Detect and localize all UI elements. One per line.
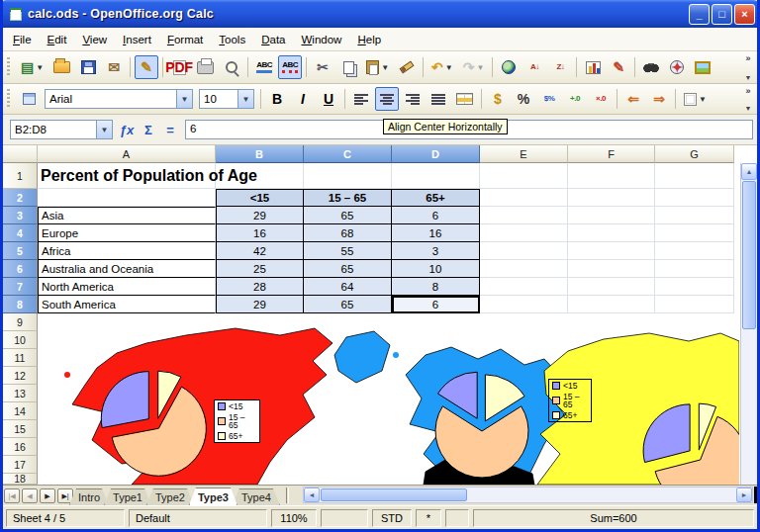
cell-G3[interactable] [655, 207, 734, 224]
cut-button[interactable]: ✂ [311, 55, 334, 79]
overflow-down-icon[interactable]: ▼ [745, 74, 752, 81]
menu-tools[interactable]: Tools [211, 31, 253, 48]
spellcheck-button[interactable]: ABC [252, 55, 276, 79]
align-left-button[interactable] [349, 87, 373, 111]
cell-C8[interactable]: 65 [304, 296, 392, 313]
toolbar-overflow[interactable]: » ▼ [741, 86, 755, 112]
cell-C6[interactable]: 65 [304, 260, 392, 278]
row-header-8[interactable]: 8 [3, 296, 38, 313]
menu-data[interactable]: Data [253, 31, 293, 48]
cell-F7[interactable] [568, 278, 655, 296]
row-header-17[interactable]: 17 [3, 456, 38, 474]
email-document-button[interactable]: ✉ [102, 55, 126, 79]
row-header-5[interactable]: 5 [3, 242, 38, 260]
cell-A7[interactable]: North America [38, 278, 216, 296]
next-sheet-button[interactable]: ▶ [40, 488, 55, 503]
vertical-scroll-track[interactable] [741, 330, 757, 485]
menu-insert[interactable]: Insert [115, 31, 159, 48]
cell-A1[interactable]: Percent of Population of Age [38, 163, 216, 189]
cell-G7[interactable] [655, 278, 734, 296]
menu-edit[interactable]: Edit [40, 31, 75, 48]
close-button[interactable]: × [734, 4, 755, 25]
cell-F5[interactable] [568, 242, 655, 260]
cell-D7[interactable]: 8 [392, 278, 480, 296]
cell-E6[interactable] [480, 260, 568, 278]
borders-button[interactable]: ▼ [680, 87, 711, 111]
cell-F2[interactable] [568, 189, 655, 207]
bold-button[interactable]: B [265, 87, 289, 111]
row-header-9[interactable]: 9 [3, 313, 38, 331]
row-header-11[interactable]: 11 [3, 349, 38, 367]
align-right-button[interactable] [401, 87, 425, 111]
font-size-combo[interactable]: 10▼ [199, 89, 254, 109]
grid-body[interactable]: 1Percent of Population of Age2<1515 – 65… [3, 163, 757, 485]
row-header-3[interactable]: 3 [3, 207, 38, 224]
delete-decimal-button[interactable]: ×.0 [589, 87, 613, 111]
row-header-1[interactable]: 1 [3, 163, 38, 189]
cell-E8[interactable] [480, 296, 568, 313]
cell-F4[interactable] [568, 224, 655, 242]
scroll-right-icon[interactable]: ► [736, 488, 752, 502]
cell-B2[interactable]: <15 [216, 189, 304, 207]
row-header-13[interactable]: 13 [3, 385, 38, 402]
sheet-tab-type4[interactable]: Type4 [233, 488, 280, 505]
vertical-scrollbar[interactable]: ▲ ▼ [740, 163, 757, 485]
cell-D6[interactable]: 10 [392, 260, 480, 278]
cell-B5[interactable]: 42 [216, 242, 304, 260]
cell-C4[interactable]: 68 [304, 224, 392, 242]
row-header-12[interactable]: 12 [3, 367, 38, 385]
font-name-value[interactable]: Arial [46, 93, 176, 105]
cell-B3[interactable]: 29 [216, 207, 304, 224]
cell-E5[interactable] [480, 242, 568, 260]
cell-D1[interactable] [392, 163, 480, 189]
row-header-10[interactable]: 10 [3, 331, 38, 349]
paste-button[interactable]: ▼ [362, 55, 393, 79]
dropdown-arrow-icon[interactable]: ▼ [36, 63, 44, 72]
add-decimal-button[interactable]: +.0 [563, 87, 587, 111]
vertical-scroll-thumb[interactable] [742, 181, 756, 329]
underline-button[interactable]: U [317, 87, 340, 111]
autospellcheck-button[interactable]: ABC [278, 55, 302, 79]
row-header-2[interactable]: 2 [3, 189, 38, 207]
overflow-chevron-icon[interactable]: » [745, 53, 750, 63]
page-style[interactable]: Default [129, 509, 267, 527]
cell-C3[interactable]: 65 [304, 207, 392, 224]
column-header-E[interactable]: E [480, 145, 568, 163]
menu-window[interactable]: Window [294, 31, 350, 48]
increase-indent-button[interactable]: ⇒ [647, 87, 671, 111]
gallery-button[interactable] [691, 55, 714, 79]
cell-B6[interactable]: 25 [216, 260, 304, 278]
cell-G2[interactable] [655, 189, 734, 207]
title-bar[interactable]: calc.ods - OpenOffice.org Calc _ □ × [0, 0, 760, 28]
cell-A4[interactable]: Europe [38, 224, 216, 242]
sort-ascending-button[interactable]: A↓ [522, 55, 546, 79]
cell-A3[interactable]: Asia [38, 207, 216, 224]
hyperlink-button[interactable] [497, 55, 521, 79]
menu-file[interactable]: File [5, 31, 40, 48]
print-button[interactable] [193, 55, 218, 79]
align-justified-button[interactable] [427, 87, 450, 111]
cell-G8[interactable] [655, 296, 734, 313]
sheet-tab-intro[interactable]: Intro [69, 488, 109, 505]
menu-format[interactable]: Format [159, 31, 211, 48]
function-wizard-button[interactable]: ƒx [116, 120, 138, 139]
chart-legend[interactable]: <1515 – 6565+ [548, 379, 592, 422]
italic-button[interactable]: I [291, 87, 315, 111]
cell-A2[interactable] [38, 189, 216, 207]
cell-B8[interactable]: 29 [216, 296, 304, 313]
cell-E4[interactable] [480, 224, 568, 242]
column-header-D[interactable]: D [392, 145, 480, 163]
last-sheet-button[interactable]: ▶| [57, 488, 73, 503]
chevron-down-icon[interactable]: ▼ [96, 121, 112, 138]
insert-chart-button[interactable] [581, 55, 605, 79]
horizontal-scrollbar[interactable]: ◄ ► [303, 487, 753, 503]
select-all-corner[interactable] [3, 145, 38, 163]
toolbar-grip[interactable] [7, 89, 12, 109]
chevron-down-icon[interactable]: ▼ [176, 90, 192, 108]
copy-button[interactable] [336, 55, 360, 79]
save-button[interactable] [76, 55, 100, 79]
cell-E3[interactable] [480, 207, 568, 224]
embedded-chart[interactable]: <1515 – 6565+ <1515 – 6565+ [38, 313, 739, 485]
sum-field[interactable]: Sum=600 [473, 509, 754, 527]
row-header-7[interactable]: 7 [3, 278, 38, 296]
